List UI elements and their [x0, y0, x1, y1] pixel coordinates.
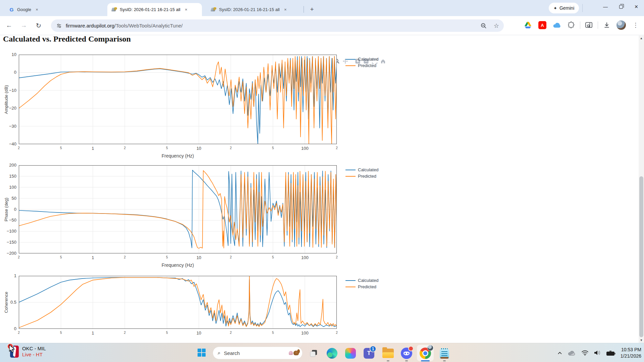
restore-button[interactable] — [613, 0, 629, 13]
edge-icon — [327, 348, 337, 359]
volume-icon[interactable] — [594, 350, 601, 356]
browser-toolbar: ← → ↻ firmware.ardupilot.org/Tools/WebTo… — [0, 16, 644, 35]
bing-daily-image — [289, 351, 299, 355]
reload-button[interactable]: ↻ — [33, 20, 44, 31]
downloads-icon[interactable] — [601, 19, 612, 31]
tab-google[interactable]: G Google × — [5, 3, 99, 16]
teams-taskbar-button[interactable]: T1 — [363, 347, 375, 360]
side-panel-search-icon[interactable] — [583, 19, 595, 31]
gemini-spark-icon: ✦ — [553, 6, 557, 11]
windows-logo-icon — [197, 348, 206, 357]
game-teams-text: OKC - MIL — [22, 346, 46, 352]
forward-button[interactable]: → — [18, 20, 30, 31]
reset-axes-home-icon[interactable] — [380, 58, 386, 64]
chart-legend: CalculatedPredicted — [345, 56, 378, 69]
y-tick-label: −40 — [2, 141, 16, 146]
taskbar-search-input[interactable]: ⌕ Search — [213, 347, 303, 359]
gemini-label: Gemini — [559, 5, 574, 11]
x-tick-label: 100 — [297, 146, 313, 151]
legend-item[interactable]: Calculated — [345, 167, 378, 173]
browser-menu-kebab-icon[interactable]: ⋮ — [630, 19, 641, 31]
tab-title: SysID: 2026-01-21 16-21-15 all — [120, 7, 180, 12]
discord-taskbar-button[interactable] — [400, 347, 413, 360]
extensions-puzzle-icon[interactable] — [566, 19, 577, 31]
file-explorer-taskbar-button[interactable] — [382, 347, 394, 360]
x-tick-label: 10 — [191, 330, 207, 336]
x-tick-label: 5 — [159, 255, 175, 259]
running-indicator — [405, 360, 408, 361]
amplitude-chart[interactable]: 100−10−20−30−402512510251002Amplitude (d… — [0, 50, 470, 174]
onedrive-cloud-icon[interactable] — [568, 350, 576, 356]
ardupilot-favicon: P — [111, 7, 117, 12]
legend-item[interactable]: Predicted — [345, 62, 378, 69]
tab-sysid-2[interactable]: P SysID: 2026-01-21 16-21-15 all × — [207, 3, 301, 16]
tab-close-icon[interactable]: × — [282, 7, 288, 13]
address-bar[interactable]: firmware.ardupilot.org/Tools/WebTools/An… — [51, 19, 504, 32]
discord-notification-badge — [408, 346, 414, 351]
x-tick-label: 10 — [191, 146, 207, 151]
phase-chart[interactable]: 200150100500−50−100−150−2002512510251002… — [0, 161, 470, 272]
running-indicator-active — [421, 360, 430, 361]
window-controls: — × — [598, 0, 644, 13]
close-button[interactable]: × — [629, 0, 644, 13]
legend-item[interactable]: Calculated — [345, 277, 378, 284]
wifi-icon[interactable] — [581, 350, 589, 356]
url-text[interactable]: firmware.ardupilot.org/Tools/WebTools/An… — [66, 23, 183, 28]
url-path: /Tools/WebTools/AnalyticTune/ — [114, 23, 182, 28]
tab-close-icon[interactable]: × — [34, 7, 40, 13]
ardupilot-favicon: P — [211, 7, 216, 12]
windows-taskbar: 5 OKC - MIL Live - HT ⌕ Search — [0, 343, 644, 362]
x-tick-label: 2 — [223, 146, 239, 150]
vertical-scrollbar[interactable]: ▲ ▼ — [639, 36, 644, 343]
legend-item[interactable]: Predicted — [345, 284, 378, 290]
coherence-chart[interactable]: 10.502512510251002CoherenceCalculatedPre… — [0, 272, 470, 343]
tab-close-icon[interactable]: × — [183, 7, 189, 13]
acrobat-extension-icon[interactable]: A — [537, 19, 548, 31]
profile-avatar[interactable] — [615, 19, 627, 31]
scroll-up-arrow[interactable]: ▲ — [639, 36, 644, 41]
x-tick-label: 2 — [117, 146, 133, 150]
x-tick-label: 100 — [297, 255, 313, 260]
drive-extension-icon[interactable] — [522, 19, 534, 31]
minimize-button[interactable]: — — [598, 0, 613, 13]
taskbar-clock[interactable]: 10:53 PM 1/21/2026 — [621, 347, 641, 359]
start-button[interactable] — [197, 348, 207, 358]
gemini-button[interactable]: ✦ Gemini — [549, 3, 579, 13]
scroll-down-arrow[interactable]: ▼ — [639, 338, 644, 343]
tab-title: Google — [17, 7, 31, 12]
x-tick-label: 2 — [11, 331, 27, 335]
edge-taskbar-button[interactable] — [326, 347, 338, 360]
x-tick-label: 1 — [85, 330, 101, 336]
google-favicon: G — [9, 7, 14, 12]
cloud-extension-icon[interactable] — [551, 19, 562, 31]
y-tick-label: −100 — [2, 229, 16, 234]
task-view-icon — [309, 349, 318, 358]
x-tick-label: 100 — [297, 330, 313, 336]
tab-strip: G Google × P SysID: 2026-01-21 16-21-15 … — [0, 0, 644, 16]
file-explorer-icon — [382, 349, 394, 358]
teams-icon: T1 — [364, 348, 374, 359]
bookmark-star-icon[interactable]: ☆ — [494, 22, 499, 29]
legend-item[interactable]: Calculated — [345, 56, 378, 62]
legend-label: Calculated — [358, 57, 378, 62]
legend-item[interactable]: Predicted — [345, 173, 378, 179]
new-tab-button[interactable]: + — [307, 5, 317, 14]
x-axis-title: Frequency (Hz) — [19, 262, 337, 268]
scrollbar-thumb[interactable] — [639, 176, 643, 337]
discord-icon — [401, 348, 412, 359]
task-view-button[interactable] — [307, 347, 320, 360]
x-tick-label: 5 — [265, 331, 281, 335]
tray-chevron-up-icon[interactable] — [557, 351, 562, 355]
zoom-out-page-icon[interactable] — [480, 22, 487, 29]
battery-charging-icon[interactable] — [606, 350, 615, 356]
back-button[interactable]: ← — [3, 20, 15, 31]
x-tick-label: 1 — [85, 146, 101, 151]
legend-swatch — [345, 280, 356, 281]
site-info-icon[interactable] — [56, 22, 62, 29]
copilot-taskbar-button[interactable] — [344, 347, 357, 360]
chrome-taskbar-button[interactable] — [419, 347, 432, 360]
x-tick-label: 2 — [11, 255, 27, 259]
x-tick-label: 5 — [53, 331, 69, 335]
notepad-taskbar-button[interactable] — [438, 347, 451, 360]
tab-sysid-1[interactable]: P SysID: 2026-01-21 16-21-15 all × — [107, 3, 202, 16]
